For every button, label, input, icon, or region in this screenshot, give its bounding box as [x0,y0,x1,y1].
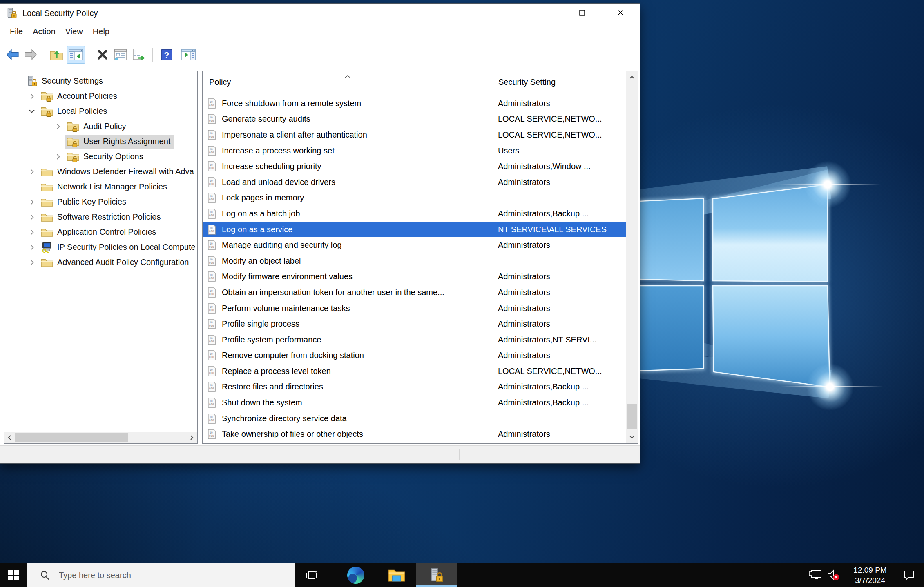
tree-item[interactable]: Public Key Policies [4,194,197,209]
maximize-button[interactable] [563,4,601,22]
back-button[interactable] [4,46,22,64]
chevron-down-icon[interactable] [29,109,35,113]
tree-item[interactable]: Account Policies [4,89,197,104]
taskbar-clock[interactable]: 12:09 PM 3/7/2024 [846,565,895,585]
export-list-button[interactable] [129,46,147,64]
menu-help[interactable]: Help [89,27,116,36]
horizontal-scrollbar[interactable] [4,432,197,443]
chevron-right-icon[interactable] [30,214,34,220]
policy-row[interactable]: Generate security audits LOCAL SERVICE,N… [203,111,626,127]
vertical-scrollbar[interactable] [626,71,638,443]
policy-row[interactable]: Shut down the system Administrators,Back… [203,395,626,411]
chevron-right-icon[interactable] [56,153,60,160]
policy-row[interactable]: Obtain an impersonation token for anothe… [203,285,626,300]
policy-document-icon [207,414,216,424]
policy-row[interactable]: Take ownership of files or other objects… [203,426,626,442]
tree-item[interactable]: Windows Defender Firewall with Adva [4,164,197,179]
help-button[interactable]: ? [158,46,176,64]
forward-button[interactable] [22,46,40,64]
policy-row[interactable]: Perform volume maintenance tasks Adminis… [203,300,626,316]
search-input[interactable] [58,570,262,580]
column-header-policy[interactable]: Policy [209,78,231,87]
show-hide-action-pane-button[interactable] [180,46,198,64]
policy-row[interactable]: Restore files and directories Administra… [203,379,626,395]
taskbar-local-security-policy-button[interactable] [416,563,457,587]
tree-item[interactable]: Audit Policy [4,119,197,134]
tree-item[interactable]: Network List Manager Policies [4,179,197,194]
tree-item[interactable]: Advanced Audit Policy Configuration [4,255,197,270]
up-one-level-button[interactable] [47,46,65,64]
policy-row[interactable]: Increase a process working set Users [203,143,626,159]
tree-item[interactable]: IP Security Policies on Local Compute [4,240,197,255]
chevron-right-icon[interactable] [30,93,34,100]
scrollbar-thumb[interactable] [627,404,637,429]
tree-item-label: User Rights Assignment [83,137,170,146]
security-setting-value: Administrators,NT SERVI... [498,335,597,345]
scroll-right-arrow[interactable] [187,432,197,443]
policy-row[interactable]: Lock pages in memory [203,190,626,206]
policy-document-icon [207,177,216,187]
policy-name: Remove computer from docking station [222,351,364,360]
column-divider[interactable] [490,73,490,87]
policy-document-icon [207,335,216,345]
policy-document-icon [207,398,216,408]
tree-item[interactable]: User Rights Assignment [4,134,197,149]
svg-text:?: ? [164,50,170,60]
chevron-right-icon[interactable] [30,199,34,205]
tree-item[interactable]: Security Options [4,149,197,164]
security-setting-value: Administrators [498,178,550,187]
column-divider[interactable] [612,73,612,87]
volume-muted-icon[interactable] [824,569,842,581]
policy-row[interactable]: Synchronize directory service data [203,411,626,427]
tree-item[interactable]: Application Control Policies [4,225,197,240]
policy-row[interactable]: Replace a process level token LOCAL SERV… [203,363,626,379]
tree-item[interactable]: Security Settings [4,73,197,89]
title-bar[interactable]: Local Security Policy [0,4,640,22]
policy-row[interactable]: Modify an object label [203,253,626,269]
scroll-up-arrow[interactable] [626,71,638,83]
tree-item[interactable]: Local Policies [4,104,197,119]
policy-row[interactable]: Modify firmware environment values Admin… [203,269,626,285]
file-explorer-icon[interactable] [386,563,407,587]
task-view-button[interactable] [301,563,322,587]
policy-row[interactable]: Log on as a service NT SERVICE\ALL SERVI… [203,222,626,238]
column-header-security-setting[interactable]: Security Setting [498,78,556,87]
show-hide-console-tree-button[interactable] [67,46,85,64]
tree-item[interactable]: Software Restriction Policies [4,209,197,225]
scrollbar-thumb[interactable] [15,433,128,442]
chevron-right-icon[interactable] [30,259,34,266]
tree-item-label: Account Policies [57,91,117,101]
chevron-right-icon[interactable] [30,244,34,251]
minimize-button[interactable] [524,4,563,22]
action-center-icon[interactable] [900,569,918,581]
chevron-right-icon[interactable] [56,123,60,130]
properties-button[interactable] [112,46,129,64]
policy-row[interactable]: Profile single process Administrators [203,316,626,332]
delete-button[interactable] [94,46,112,64]
policy-row[interactable]: Remove computer from docking station Adm… [203,348,626,364]
policy-row[interactable]: Profile system performance Administrator… [203,332,626,348]
policy-row[interactable]: Increase scheduling priority Administrat… [203,158,626,174]
network-icon[interactable] [806,569,824,581]
security-setting-value: Administrators [498,319,550,329]
scroll-left-arrow[interactable] [4,432,15,443]
policy-document-icon [207,209,216,219]
close-button[interactable] [601,4,640,22]
menu-file[interactable]: File [6,27,29,36]
policy-row[interactable]: Manage auditing and security log Adminis… [203,237,626,253]
scroll-down-arrow[interactable] [626,431,638,443]
menu-view[interactable]: View [62,27,89,36]
list-header: Policy Security Setting [203,71,638,90]
policy-row[interactable]: Log on as a batch job Administrators,Bac… [203,206,626,222]
tree-item-label: Security Settings [42,76,103,86]
menu-action[interactable]: Action [29,27,62,36]
taskbar-search[interactable] [27,563,295,587]
chevron-right-icon[interactable] [30,169,34,175]
policy-row[interactable]: Force shutdown from a remote system Admi… [203,96,626,111]
policy-folder-icon [67,151,80,162]
start-button[interactable] [0,563,27,587]
chevron-right-icon[interactable] [30,229,34,236]
edge-icon[interactable] [345,563,366,587]
policy-row[interactable]: Impersonate a client after authenticatio… [203,127,626,143]
policy-row[interactable]: Load and unload device drivers Administr… [203,174,626,190]
